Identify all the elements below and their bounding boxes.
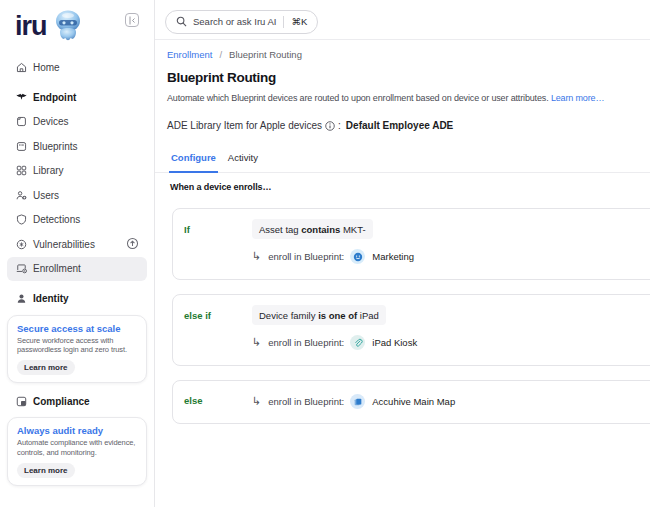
users-icon	[15, 189, 28, 202]
condition-operator: contains	[301, 224, 340, 235]
enroll-row: ↳ enroll in Blueprint: Marketing	[252, 249, 414, 264]
ade-label: ADE Library Item for Apple devices	[167, 120, 322, 131]
promo-body: Secure workforce access with passwordles…	[17, 336, 138, 356]
sidebar-item-devices[interactable]: Devices	[7, 110, 147, 134]
logo-text: iru	[15, 13, 47, 40]
enroll-arrow-icon: ↳	[252, 396, 261, 407]
blueprint-name[interactable]: Marketing	[372, 251, 414, 262]
sidebar-item-label: Detections	[33, 214, 80, 225]
condition-post: iPad	[357, 310, 379, 321]
learn-more-link[interactable]: Learn more…	[551, 93, 604, 103]
enroll-label: enroll in Blueprint:	[268, 396, 344, 407]
tabbar: Configure Activity	[155, 152, 650, 173]
breadcrumb-current: Blueprint Routing	[229, 49, 302, 60]
divider	[283, 16, 284, 28]
learn-more-button[interactable]: Learn more	[17, 463, 75, 478]
sidebar-item-label: Library	[33, 165, 64, 176]
compliance-icon	[15, 395, 28, 408]
promo-title: Always audit ready	[17, 425, 138, 436]
promo-body: Automate compliance with evidence, contr…	[17, 438, 138, 458]
detections-icon	[15, 213, 28, 226]
breadcrumb-enrollment[interactable]: Enrollment	[167, 49, 212, 60]
tab-activity[interactable]: Activity	[226, 152, 260, 173]
compliance-promo-card: Always audit ready Automate compliance w…	[7, 417, 147, 486]
search-placeholder: Search or ask Iru AI	[193, 16, 276, 27]
sidebar-item-label: Identity	[33, 293, 69, 304]
rules-heading: When a device enrolls…	[170, 182, 650, 192]
search-input[interactable]: Search or ask Iru AI ⌘K	[165, 10, 318, 34]
enroll-arrow-icon: ↳	[252, 251, 261, 262]
condition-post: MKT-	[340, 224, 365, 235]
main-area: Search or ask Iru AI ⌘K Enrollment / Blu…	[155, 0, 650, 507]
app-window: iru Home	[0, 0, 650, 507]
sidebar-item-identity[interactable]: Identity	[7, 287, 147, 311]
info-icon[interactable]	[325, 121, 335, 131]
enrollment-icon	[15, 262, 28, 275]
rule-keyword: else if	[173, 305, 252, 350]
learn-more-button[interactable]: Learn more	[17, 360, 75, 375]
octopus-mascot-icon	[50, 8, 86, 44]
rule-card-else: else ↳ enroll in Blueprint: Accuhive Mai…	[172, 380, 650, 424]
home-icon	[15, 61, 28, 74]
blueprint-name[interactable]: iPad Kiosk	[372, 337, 417, 348]
enroll-label: enroll in Blueprint:	[268, 251, 344, 262]
search-icon	[176, 16, 187, 27]
library-icon	[15, 164, 28, 177]
enroll-row: ↳ enroll in Blueprint: Accuhive Main Map	[252, 394, 455, 409]
enroll-row: ↳ enroll in Blueprint: iPad Kiosk	[252, 335, 417, 350]
tab-configure[interactable]: Configure	[169, 152, 218, 173]
sidebar-item-enrollment[interactable]: Enrollment	[7, 257, 147, 281]
identity-promo-card: Secure access at scale Secure workforce …	[7, 315, 147, 384]
paperclip-blueprint-icon	[350, 335, 365, 350]
topbar: Search or ask Iru AI ⌘K	[155, 0, 650, 40]
sidebar-item-users[interactable]: Users	[7, 183, 147, 207]
page-title: Blueprint Routing	[167, 70, 650, 85]
sidebar-item-compliance[interactable]: Compliance	[7, 389, 147, 413]
page-description-text: Automate which Blueprint devices are rou…	[167, 93, 549, 103]
sidebar-item-label: Blueprints	[33, 141, 77, 152]
sidebar: iru Home	[0, 0, 155, 507]
sidebar-item-label: Vulnerabilities	[33, 239, 95, 250]
condition-operator: is one of	[318, 310, 357, 321]
blueprints-icon	[15, 140, 28, 153]
sidebar-item-endpoint[interactable]: Endpoint	[7, 85, 147, 109]
sidebar-item-label: Enrollment	[33, 263, 81, 274]
rule-condition[interactable]: Asset tag contains MKT-	[252, 219, 373, 239]
pages-blueprint-icon	[350, 394, 365, 409]
collapse-sidebar-icon[interactable]	[125, 13, 139, 27]
sidebar-item-detections[interactable]: Detections	[7, 208, 147, 232]
rule-card-else-if: else if Device family is one of iPad ↳ e…	[172, 294, 650, 366]
breadcrumb-separator: /	[219, 49, 222, 60]
blueprint-name[interactable]: Accuhive Main Map	[372, 396, 455, 407]
devices-icon	[15, 115, 28, 128]
ade-library-item-row: ADE Library Item for Apple devices : Def…	[167, 120, 650, 131]
sidebar-item-home[interactable]: Home	[7, 55, 147, 79]
breadcrumb: Enrollment / Blueprint Routing	[167, 49, 650, 60]
search-shortcut: ⌘K	[291, 16, 307, 27]
sidebar-item-label: Compliance	[33, 396, 90, 407]
sidebar-item-blueprints[interactable]: Blueprints	[7, 134, 147, 158]
endpoint-icon	[15, 91, 28, 104]
rule-card-if: If Asset tag contains MKT- ↳ enroll in B…	[172, 208, 650, 280]
smiley-blueprint-icon	[350, 249, 365, 264]
condition-pre: Device family	[259, 310, 318, 321]
condition-pre: Asset tag	[259, 224, 301, 235]
sidebar-item-vulnerabilities[interactable]: Vulnerabilities	[7, 232, 147, 256]
identity-icon	[15, 292, 28, 305]
rule-condition[interactable]: Device family is one of iPad	[252, 305, 386, 325]
enroll-arrow-icon: ↳	[252, 337, 261, 348]
enroll-label: enroll in Blueprint:	[268, 337, 344, 348]
sidebar-nav: Home Endpoint Devices Blueprints Library…	[0, 55, 154, 486]
promo-title: Secure access at scale	[17, 323, 138, 334]
ade-value: Default Employee ADE	[346, 120, 453, 131]
rule-keyword: else	[173, 394, 252, 409]
vulnerabilities-icon	[15, 238, 28, 251]
sidebar-item-label: Users	[33, 190, 59, 201]
page-description: Automate which Blueprint devices are rou…	[167, 93, 650, 103]
sidebar-item-label: Home	[33, 62, 60, 73]
upgrade-icon[interactable]	[126, 237, 139, 250]
rule-keyword: If	[173, 219, 252, 264]
sidebar-item-label: Devices	[33, 116, 69, 127]
sidebar-item-library[interactable]: Library	[7, 159, 147, 183]
sidebar-item-label: Endpoint	[33, 92, 76, 103]
